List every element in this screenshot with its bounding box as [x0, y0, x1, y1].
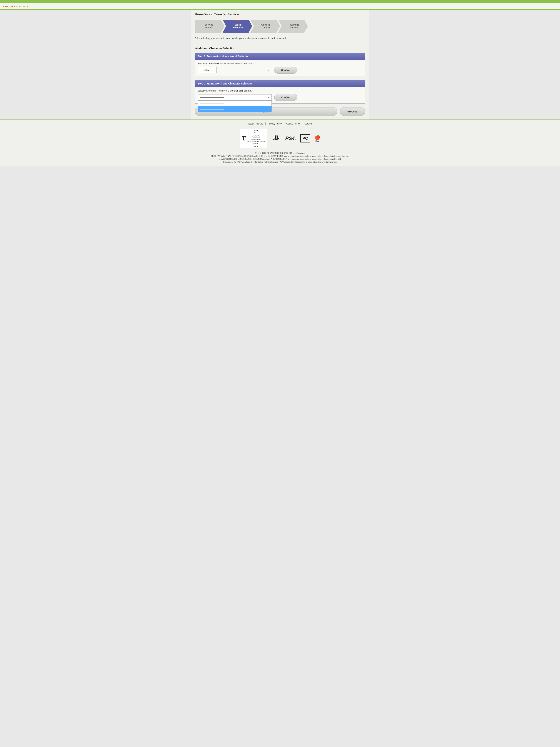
- header: FINAL FANTASY XIV 1: [0, 3, 560, 10]
- footer-copyright: © 2010 - 2020 SQUARE ENIX CO., LTD. All …: [3, 152, 557, 163]
- step1-confirm-button[interactable]: Confirm: [274, 67, 297, 74]
- step-payment-method[interactable]: PaymentMethod: [278, 20, 308, 33]
- esrb-items: BloodLanguagePartial NuditySexual Themes…: [247, 132, 265, 144]
- steps-container: ServiceDetails 🧝 WorldSelection ConfirmT…: [195, 20, 365, 33]
- step2-dropdown-item-1[interactable]: ——————————: [198, 101, 271, 106]
- step1-body: Select your desired Home World and then …: [195, 60, 365, 76]
- step-world-selection[interactable]: 🧝 WorldSelection: [222, 20, 252, 33]
- esrb-footer: ESRB: [247, 145, 265, 147]
- mac-logo: 🍎 Mac: [315, 135, 320, 142]
- footer-link-about[interactable]: About This Site: [246, 123, 266, 125]
- footer-links: About This Site Privacy Policy Cookie Po…: [3, 123, 557, 125]
- step2-instruction: Select your current Home World and then …: [197, 89, 363, 92]
- ps4-logo: PS4.: [285, 135, 296, 141]
- step2-dropdown-list: —————————— ——————————: [197, 100, 272, 112]
- character-icon: 🧝: [235, 16, 240, 21]
- footer-logos: T TEEN BloodLanguagePartial NuditySexual…: [3, 129, 557, 148]
- step2-body: Select your current Home World and then …: [195, 87, 365, 103]
- proceed-button[interactable]: Proceed: [340, 107, 365, 116]
- top-bar: [0, 0, 560, 3]
- instruction-text: After selecting your desired Home World,…: [195, 37, 365, 40]
- footer: About This Site Privacy Policy Cookie Po…: [0, 120, 560, 166]
- footer-link-privacy[interactable]: Privacy Policy: [266, 123, 284, 125]
- header-title: FINAL FANTASY XIV 1: [3, 5, 28, 8]
- main-container: Home World Transfer Service ServiceDetai…: [191, 10, 369, 120]
- step2-header: Step 2: Home World and Character Selecti…: [195, 80, 365, 87]
- step2-world-select-display[interactable]: ——————————: [197, 94, 272, 100]
- step1-world-select[interactable]: Leviathan Adamantoise Cactuar Faerie Gil…: [197, 67, 217, 73]
- step-world-selection-label: WorldSelection: [233, 23, 243, 29]
- step-confirm-transfer-label: ConfirmTransfer: [261, 23, 271, 29]
- step2-select-wrapper: —————————— ▼ —————————— ——————————: [197, 94, 272, 100]
- step2-confirm-button[interactable]: Confirm: [274, 94, 297, 101]
- step1-select-wrapper: Leviathan Adamantoise Cactuar Faerie Gil…: [197, 67, 272, 73]
- step-service-details[interactable]: ServiceDetails: [195, 20, 224, 33]
- esrb-label: TEEN: [247, 130, 265, 132]
- step1-instruction: Select your desired Home World and then …: [197, 62, 363, 65]
- esrb-rating: T TEEN BloodLanguagePartial NuditySexual…: [240, 129, 267, 148]
- page-title: Home World Transfer Service: [195, 12, 365, 16]
- step2-box: Step 2: Home World and Character Selecti…: [195, 80, 365, 104]
- step2-select-row: —————————— ▼ —————————— —————————— Confi…: [197, 94, 363, 101]
- esrb-details: TEEN BloodLanguagePartial NuditySexual T…: [247, 130, 265, 147]
- step1-box: Step 1: Destination Home World Selection…: [195, 53, 365, 76]
- step1-select-row: Leviathan Adamantoise Cactuar Faerie Gil…: [197, 67, 363, 74]
- step2-dropdown-item-2[interactable]: ——————————: [198, 106, 271, 112]
- esrb-t-rating: T: [242, 135, 246, 141]
- world-character-section-title: World and Character Selection: [195, 47, 365, 50]
- playstation-logo: [271, 133, 281, 144]
- step-confirm-transfer[interactable]: ConfirmTransfer: [250, 20, 280, 33]
- footer-link-service[interactable]: Service: [302, 123, 314, 125]
- step-service-details-label: ServiceDetails: [205, 23, 213, 29]
- step1-header: Step 1: Destination Home World Selection: [195, 53, 365, 60]
- footer-link-cookie[interactable]: Cookie Policy: [284, 123, 302, 125]
- step-payment-method-label: PaymentMethod: [289, 23, 299, 29]
- pc-logo: PC: [300, 134, 310, 143]
